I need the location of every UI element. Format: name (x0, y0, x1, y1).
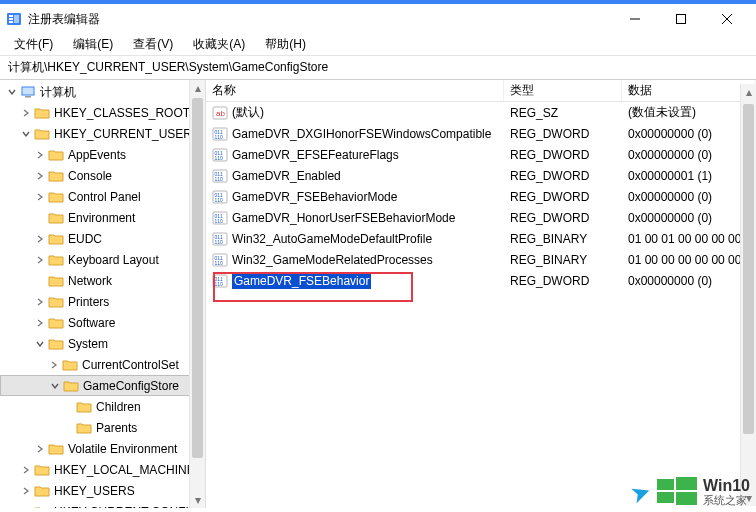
value-row[interactable]: 011110Win32_GameModeRelatedProcessesREG_… (206, 249, 756, 270)
column-type[interactable]: 类型 (504, 80, 622, 101)
tree-item-controlpanel[interactable]: Control Panel (0, 186, 205, 207)
chevron-right-icon[interactable] (34, 233, 46, 245)
chevron-right-icon[interactable] (34, 149, 46, 161)
arrow-icon: ➤ (627, 476, 655, 509)
chevron-right-icon[interactable] (20, 107, 32, 119)
list-header: 名称 类型 数据 (206, 80, 756, 102)
value-row[interactable]: 011110Win32_AutoGameModeDefaultProfileRE… (206, 228, 756, 249)
chevron-right-icon[interactable] (20, 464, 32, 476)
svg-text:110: 110 (215, 239, 224, 245)
tree-item-gameconfigstore[interactable]: GameConfigStore (0, 375, 205, 396)
chevron-right-icon[interactable] (34, 254, 46, 266)
address-bar[interactable]: 计算机\HKEY_CURRENT_USER\System\GameConfigS… (0, 56, 756, 80)
tree-item-printers[interactable]: Printers (0, 291, 205, 312)
folder-icon (48, 441, 64, 457)
list-pane[interactable]: 名称 类型 数据 ab(默认)REG_SZ(数值未设置)011110GameDV… (206, 80, 756, 508)
chevron-right-icon[interactable] (34, 191, 46, 203)
tree-pane[interactable]: 计算机 HKEY_CLASSES_ROOT HKEY_CURRENT_USER … (0, 80, 206, 508)
tree-item-keyboardlayout[interactable]: Keyboard Layout (0, 249, 205, 270)
tree-item-hkcr[interactable]: HKEY_CLASSES_ROOT (0, 102, 205, 123)
chevron-right-icon[interactable] (34, 443, 46, 455)
chevron-right-icon[interactable] (34, 170, 46, 182)
scroll-up-icon[interactable]: ▴ (190, 80, 205, 96)
tree-item-volatileenv[interactable]: Volatile Environment (0, 438, 205, 459)
menu-edit[interactable]: 编辑(E) (63, 34, 123, 55)
tree-item-console[interactable]: Console (0, 165, 205, 186)
chevron-right-icon[interactable] (20, 485, 32, 497)
titlebar[interactable]: 注册表编辑器 (0, 4, 756, 34)
binary-value-icon: 011110 (212, 273, 228, 289)
close-button[interactable] (704, 4, 750, 34)
tree-scrollbar[interactable]: ▴ ▾ (189, 80, 205, 508)
folder-icon (48, 252, 64, 268)
value-row[interactable]: 011110GameDVR_FSEBehaviorREG_DWORD0x0000… (206, 270, 756, 291)
menu-help[interactable]: 帮助(H) (255, 34, 316, 55)
scroll-up-icon[interactable]: ▴ (741, 84, 756, 100)
folder-icon (48, 273, 64, 289)
menu-view[interactable]: 查看(V) (123, 34, 183, 55)
tree-item-hku[interactable]: HKEY_USERS (0, 480, 205, 501)
chevron-right-icon[interactable] (48, 359, 60, 371)
maximize-button[interactable] (658, 4, 704, 34)
column-data[interactable]: 数据 (622, 80, 756, 101)
minimize-button[interactable] (612, 4, 658, 34)
value-type: REG_DWORD (504, 148, 622, 162)
value-row[interactable]: 011110GameDVR_DXGIHonorFSEWindowsCompati… (206, 123, 756, 144)
value-type: REG_DWORD (504, 169, 622, 183)
chevron-down-icon[interactable] (49, 380, 61, 392)
chevron-down-icon[interactable] (34, 338, 46, 350)
value-row[interactable]: 011110GameDVR_FSEBehaviorModeREG_DWORD0x… (206, 186, 756, 207)
value-name: GameDVR_FSEBehaviorMode (232, 190, 397, 204)
chevron-right-icon[interactable] (34, 296, 46, 308)
tree-item-hkcc[interactable]: HKEY CURRENT CONFIG (0, 501, 205, 508)
tree-item-network[interactable]: Network (0, 270, 205, 291)
value-name: Win32_GameModeRelatedProcesses (232, 253, 433, 267)
watermark: ➤ Win10 系统之家 (631, 477, 750, 508)
svg-rect-2 (9, 18, 13, 20)
tree-item-environment[interactable]: Environment (0, 207, 205, 228)
scroll-thumb[interactable] (743, 104, 754, 434)
tree-item-hkcu[interactable]: HKEY_CURRENT_USER (0, 123, 205, 144)
folder-icon (48, 168, 64, 184)
chevron-right-icon[interactable] (34, 317, 46, 329)
binary-value-icon: 011110 (212, 189, 228, 205)
tree-item-system[interactable]: System (0, 333, 205, 354)
folder-icon (48, 147, 64, 163)
folder-icon (34, 483, 50, 499)
svg-text:ab: ab (216, 109, 225, 118)
tree-item-children[interactable]: Children (0, 396, 205, 417)
chevron-down-icon[interactable] (6, 86, 18, 98)
value-row[interactable]: 011110GameDVR_EFSEFeatureFlagsREG_DWORD0… (206, 144, 756, 165)
binary-value-icon: 011110 (212, 147, 228, 163)
value-data: 01 00 00 00 00 00 00 (622, 253, 756, 267)
value-name: GameDVR_HonorUserFSEBehaviorMode (232, 211, 455, 225)
chevron-right-icon[interactable] (20, 506, 32, 509)
tree-item-software[interactable]: Software (0, 312, 205, 333)
scroll-thumb[interactable] (192, 98, 203, 458)
list-scrollbar[interactable]: ▴ ▾ (740, 84, 756, 506)
menu-file[interactable]: 文件(F) (4, 34, 63, 55)
menu-favorites[interactable]: 收藏夹(A) (183, 34, 255, 55)
tree-item-eudc[interactable]: EUDC (0, 228, 205, 249)
tree-item-currentcontrolset[interactable]: CurrentControlSet (0, 354, 205, 375)
tree-label: EUDC (68, 232, 102, 246)
tree-root[interactable]: 计算机 (0, 82, 205, 102)
scroll-down-icon[interactable]: ▾ (190, 492, 205, 508)
value-row[interactable]: 011110GameDVR_HonorUserFSEBehaviorModeRE… (206, 207, 756, 228)
svg-rect-6 (677, 15, 686, 24)
binary-value-icon: 011110 (212, 126, 228, 142)
value-name: GameDVR_FSEBehavior (232, 273, 371, 289)
value-row[interactable]: 011110GameDVR_EnabledREG_DWORD0x00000001… (206, 165, 756, 186)
value-data: 0x00000000 (0) (622, 190, 756, 204)
folder-icon (48, 210, 64, 226)
value-type: REG_BINARY (504, 232, 622, 246)
tree-item-appevents[interactable]: AppEvents (0, 144, 205, 165)
tree-item-parents[interactable]: Parents (0, 417, 205, 438)
folder-icon (76, 420, 92, 436)
windows-logo-icon (657, 477, 697, 508)
tree-item-hklm[interactable]: HKEY_LOCAL_MACHINE (0, 459, 205, 480)
value-row[interactable]: ab(默认)REG_SZ(数值未设置) (206, 102, 756, 123)
chevron-down-icon[interactable] (20, 128, 32, 140)
column-name[interactable]: 名称 (206, 80, 504, 101)
svg-rect-1 (9, 15, 13, 17)
